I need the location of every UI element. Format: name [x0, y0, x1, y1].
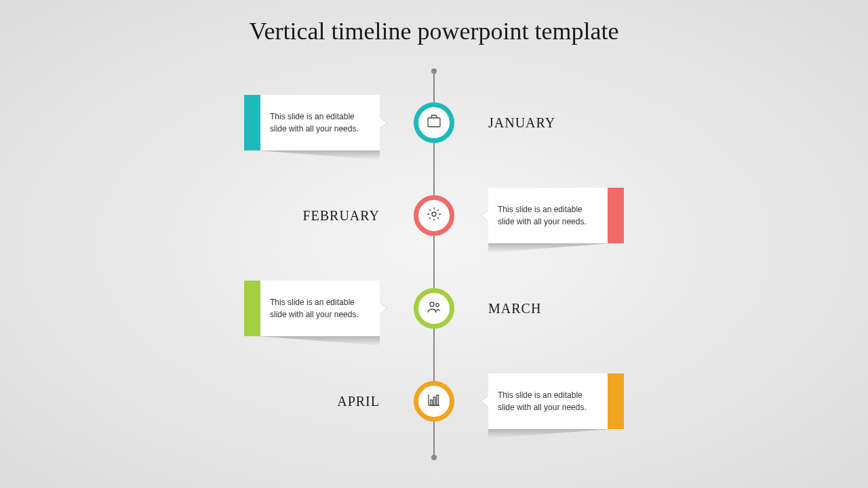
- card-pointer-3: [380, 303, 387, 314]
- page-title: Vertical timeline powerpoint template: [0, 17, 868, 45]
- timeline-card-3: This slide is an editable slide with all…: [244, 281, 380, 336]
- card-fold-4: [488, 429, 624, 439]
- month-label-1: JANUARY: [488, 115, 555, 131]
- timeline-dot-bottom: [431, 455, 437, 460]
- month-label-2: FEBRUARY: [302, 208, 380, 224]
- people-icon: [426, 299, 442, 318]
- month-label-4: APRIL: [337, 394, 380, 409]
- card-accent-2: [608, 188, 624, 243]
- card-text-4: This slide is an editable slide with all…: [488, 382, 608, 420]
- timeline-node-1: [414, 102, 454, 143]
- card-text-3: This slide is an editable slide with all…: [260, 289, 380, 327]
- card-text-1: This slide is an editable slide with all…: [260, 104, 380, 142]
- card-accent-4: [608, 373, 624, 429]
- svg-point-3: [436, 304, 439, 307]
- timeline-node-3: [414, 288, 454, 329]
- card-accent-3: [244, 281, 260, 336]
- card-pointer-4: [481, 396, 488, 407]
- card-text-2: This slide is an editable slide with all…: [488, 197, 608, 235]
- card-accent-1: [244, 95, 260, 150]
- svg-rect-6: [437, 395, 439, 405]
- timeline-dot-top: [431, 68, 437, 74]
- timeline-card-1: This slide is an editable slide with all…: [244, 95, 380, 150]
- card-pointer-1: [380, 117, 387, 128]
- chart-icon: [426, 392, 442, 411]
- card-pointer-2: [481, 210, 488, 221]
- timeline-node-2: [414, 195, 454, 236]
- month-label-3: MARCH: [488, 301, 541, 317]
- card-fold-1: [244, 150, 380, 160]
- svg-rect-4: [431, 400, 433, 405]
- card-fold-3: [244, 336, 380, 346]
- timeline-card-2: This slide is an editable slide with all…: [488, 188, 624, 243]
- svg-point-1: [432, 212, 436, 216]
- briefcase-icon: [426, 113, 442, 132]
- svg-point-2: [430, 302, 434, 306]
- svg-rect-5: [434, 397, 436, 405]
- gear-icon: [426, 206, 442, 225]
- svg-rect-0: [428, 118, 440, 127]
- timeline-card-4: This slide is an editable slide with all…: [488, 373, 624, 429]
- card-fold-2: [488, 243, 624, 253]
- timeline-node-4: [414, 381, 454, 422]
